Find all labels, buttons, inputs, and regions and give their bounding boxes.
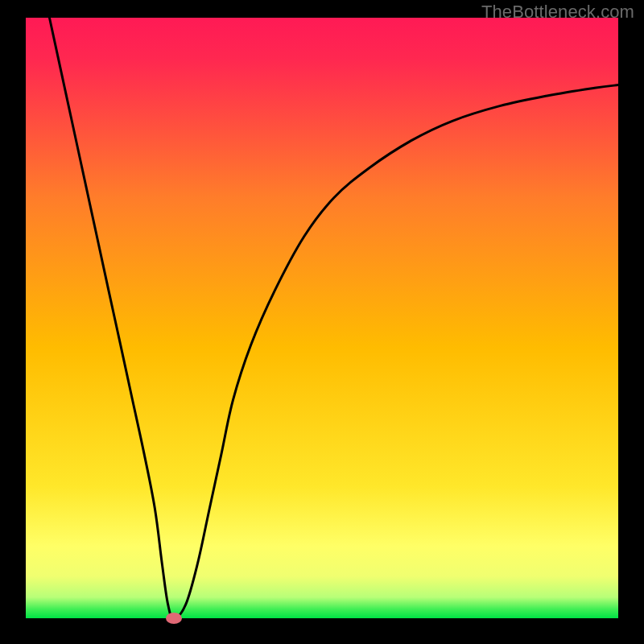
lowest-point-marker bbox=[166, 613, 182, 624]
chart-svg bbox=[0, 0, 644, 644]
watermark-text: TheBottleneck.com bbox=[481, 2, 634, 23]
chart-container: TheBottleneck.com bbox=[0, 0, 644, 644]
